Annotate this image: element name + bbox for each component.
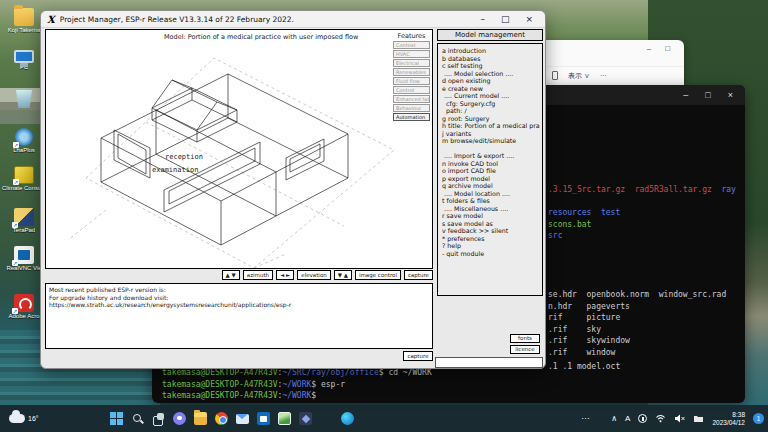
wifi-icon[interactable] [655,414,666,423]
terminal-output: .1 .1 model.oct [548,361,620,373]
close-button[interactable]: × [525,14,533,24]
taskbar-icon[interactable] [234,410,251,427]
menu-item[interactable] [442,145,542,153]
taskbar-icon[interactable] [150,410,167,427]
features-header: Features [393,32,430,40]
menu-item[interactable]: a introduction [442,47,542,55]
menu-item[interactable]: c self testing [442,62,542,70]
feature-toggle[interactable]: Enhanced fabric [393,95,430,103]
licence-button[interactable]: licence [510,345,540,354]
desktop-icon-image [14,50,34,63]
desktop-icon-label: Koji Takema [8,27,41,33]
menu-item[interactable]: - quit module [442,250,542,258]
feature-toggle[interactable]: Control [393,86,430,94]
menu-item[interactable]: m browse/edit/simulate [442,137,542,145]
menu-item[interactable]: p export model [442,175,542,183]
room-label-reception: reception [165,153,203,161]
minimize-button[interactable]: – [647,44,651,53]
status-icon[interactable] [638,414,647,423]
feature-toggle[interactable]: HVAC [393,50,430,58]
building-wireframe: reception examination [46,30,432,268]
menu-item[interactable]: .... Miscellaneous .... [442,205,542,213]
taskbar-icon[interactable] [339,410,356,427]
taskbar-icon[interactable] [297,410,314,427]
command-input[interactable] [435,357,543,368]
view-control-button[interactable]: ▼ ▲ [334,270,352,280]
menu-item[interactable]: b databases [442,55,542,63]
taskbar-app-icons [108,410,356,427]
maximize-button[interactable]: □ [705,90,710,100]
menu-item[interactable]: d open existing [442,77,542,85]
clock[interactable]: 8:38 2023/04/12 [712,411,745,426]
system-tray: ⋯ ∧ A 8:38 2023/04/12 1 [581,405,768,432]
minimize-button[interactable]: – [683,90,688,100]
maximize-button[interactable]: □ [501,14,510,24]
feature-toggle[interactable]: Context [393,41,430,49]
feature-toggle[interactable]: Electrical [393,59,430,67]
view-control-button[interactable]: image control [355,270,401,280]
more-menu[interactable]: ⋯ [600,72,607,80]
view-control-button[interactable]: ▲ ▼ [222,270,240,280]
hidden-icons-chevron[interactable]: ∧ [611,414,617,423]
menu-item[interactable]: .... Model location .... [442,190,542,198]
view-control-bar: ▲ ▼ azimuth ◄ ► elevation ▼ ▲ image cont… [45,270,433,280]
folder-icon[interactable] [693,414,704,423]
capture-button[interactable]: capture [403,351,433,361]
menu-item[interactable]: o import CAD file [442,167,542,175]
menu-item[interactable]: t folders & files [442,197,542,205]
menu-item[interactable]: q archive model [442,182,542,190]
close-button[interactable]: × [728,90,733,100]
feature-toggle[interactable]: Automation [393,113,430,121]
espr-window[interactable]: X Project Manager, ESP-r Release V13.3.1… [40,10,546,369]
taskbar-icon[interactable] [129,410,146,427]
overflow-icon[interactable]: ⋯ [581,414,589,423]
terminal-output: .3.15_Src.tar.gz rad5R3all.tar.gz rayres… [548,184,736,242]
view-menu[interactable]: 表示 ∨ [568,71,590,81]
menu-item[interactable]: h title: Portion of a medical pra [442,122,542,130]
menu-item[interactable]: r save model [442,212,542,220]
menu-item[interactable]: .... Model selection .... [442,70,542,78]
weather-temp: 16° [28,415,39,422]
volume-icon[interactable] [674,414,685,423]
taskbar-icon[interactable] [108,410,125,427]
wireframe-canvas[interactable]: reception examination Model: Portion of … [45,29,433,269]
ime-indicator[interactable]: A [625,414,630,423]
document-icon [552,71,558,80]
taskbar-icon[interactable] [213,410,230,427]
menu-item[interactable]: e create new [442,85,542,93]
date: 2023/04/12 [712,419,745,427]
menu-item[interactable]: path: / [442,107,542,115]
model-management-header: Model management [437,29,543,41]
menu-item[interactable]: * preferences [442,235,542,243]
taskbar-icon[interactable] [171,410,188,427]
menu-item[interactable]: .... Current model .... [442,92,542,100]
view-control-button[interactable]: ◄ ► [276,270,294,280]
features-panel: Features Context HVAC Electrical Renewab… [393,32,430,122]
menu-item[interactable]: cfg: Surgery.cfg [442,100,542,108]
maximize-button[interactable]: □ [665,44,670,53]
room-label-examination: examination [152,166,198,174]
view-control-button[interactable]: capture [404,270,433,280]
menu-item[interactable]: v feedback >> silent [442,227,542,235]
view-control-button[interactable]: azimuth [243,270,273,280]
menu-item[interactable]: ? help [442,242,542,250]
view-control-button[interactable]: elevation [297,270,330,280]
fonts-button[interactable]: fonts [510,334,540,343]
taskbar-icon[interactable] [192,410,209,427]
desktop-icon-image [14,246,34,264]
menu-item[interactable]: s save model as [442,220,542,228]
taskbar-icon[interactable] [276,410,293,427]
feature-toggle[interactable]: Behaviour [393,104,430,112]
menu-item[interactable]: n invoke CAD tool [442,160,542,168]
menu-item[interactable]: g root: Surgery [442,115,542,123]
taskbar-icon[interactable] [318,410,335,427]
minimize-button[interactable]: – [480,14,485,24]
notification-badge[interactable]: 1 [753,413,764,424]
feature-toggle[interactable]: Renewables [393,68,430,76]
menu-item[interactable]: .... Import & export .... [442,152,542,160]
message-line: For upgrade history and download visit: [49,294,429,302]
feature-toggle[interactable]: Fluid flow [393,77,430,85]
weather-widget[interactable]: 16° [6,408,58,429]
menu-item[interactable]: j variants [442,130,542,138]
taskbar-icon[interactable] [255,410,272,427]
